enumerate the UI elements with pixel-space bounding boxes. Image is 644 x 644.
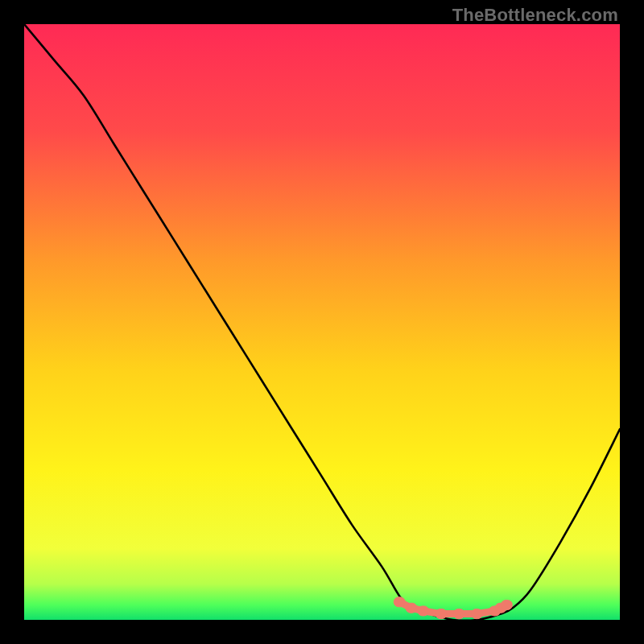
chart-svg (24, 24, 620, 620)
chart-frame (24, 24, 620, 620)
marker-dot (436, 609, 447, 619)
marker-dot (406, 603, 417, 613)
marker-dot (418, 606, 429, 616)
bottleneck-curve (24, 24, 620, 620)
marker-dot (501, 601, 512, 610)
marker-dot (394, 597, 405, 607)
marker-dot (453, 609, 464, 619)
marker-dot (471, 609, 482, 619)
optimal-range-markers (394, 597, 512, 619)
watermark-text: TheBottleneck.com (452, 5, 618, 26)
